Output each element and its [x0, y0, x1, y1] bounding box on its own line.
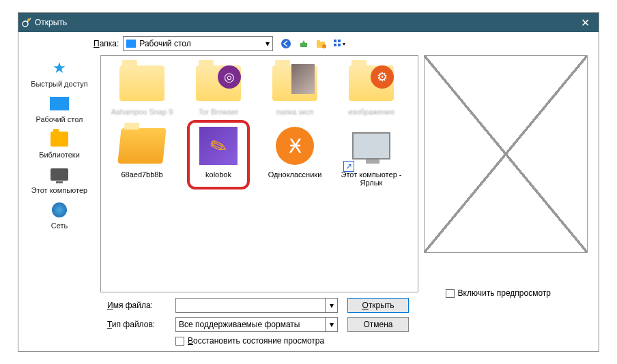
file-item-kolobok[interactable]: ✎ kolobok	[183, 124, 254, 187]
cancel-button[interactable]: Отмена	[347, 317, 409, 332]
svg-rect-7	[334, 40, 336, 42]
file-label: изображения	[348, 108, 394, 116]
dialog-content: Папка: Рабочий стол ▾ ▾ ★ Быстрый доступ	[18, 32, 599, 351]
chevron-down-icon[interactable]: ▾	[326, 317, 338, 332]
file-label: Tor Browser	[199, 108, 239, 116]
sidebar-label: Сеть	[51, 222, 68, 230]
filename-combo: ▾	[175, 298, 338, 313]
computer-icon	[48, 164, 71, 185]
close-button[interactable]: ✕	[571, 16, 599, 29]
filename-input[interactable]	[175, 298, 326, 313]
preview-label: Включить предпросмотр	[458, 288, 551, 298]
svg-point-2	[27, 18, 30, 21]
filetype-row: Тип файлов: Все поддерживаемые форматы ▾…	[107, 317, 592, 332]
new-folder-button[interactable]	[315, 37, 328, 50]
library-icon	[48, 129, 71, 149]
computer-shortcut-icon: ↗	[345, 124, 398, 168]
file-label: Одноклассники	[268, 170, 322, 179]
folder-item[interactable]: папка эксп	[259, 61, 330, 116]
svg-point-0	[23, 21, 28, 27]
preview-checkbox[interactable]	[446, 289, 455, 298]
filename-row: Имя файла: ▾ Открыть	[107, 298, 592, 313]
svg-rect-9	[334, 44, 336, 46]
file-label: Ashampoo Snap 9	[111, 108, 173, 116]
folder-dropdown[interactable]: Рабочий стол ▾	[123, 36, 273, 51]
filename-label: Имя файла:	[107, 301, 175, 310]
sidebar-label: Быстрый доступ	[31, 80, 88, 88]
chevron-down-icon[interactable]: ▾	[326, 298, 338, 313]
restore-checkbox[interactable]	[175, 337, 184, 346]
star-icon: ★	[48, 58, 71, 78]
folder-icon	[115, 61, 169, 105]
globe-icon	[48, 200, 71, 220]
file-item-odnoklassniki[interactable]: Ӿ Одноклассники	[259, 124, 330, 187]
app-icon	[18, 17, 35, 28]
view-mode-button[interactable]: ▾	[333, 37, 345, 50]
file-label: папка эксп	[276, 108, 313, 116]
sidebar-libraries[interactable]: Библиотеки	[39, 129, 80, 159]
app-icon: ✎	[192, 124, 245, 168]
ok-icon: Ӿ	[268, 124, 321, 168]
folder-item[interactable]: Ashampoo Snap 9	[106, 61, 177, 116]
sidebar-label: Библиотеки	[39, 151, 80, 159]
file-label: Этот компьютер - Ярлык	[336, 170, 407, 187]
places-sidebar: ★ Быстрый доступ Рабочий стол Библиотеки…	[18, 55, 100, 292]
svg-rect-5	[317, 40, 320, 42]
back-button[interactable]	[280, 37, 292, 50]
enable-preview-row: Включить предпросмотр	[446, 288, 551, 298]
sidebar-network[interactable]: Сеть	[48, 200, 71, 230]
bottom-controls: Имя файла: ▾ Открыть Тип файлов: Все под…	[18, 292, 599, 351]
shortcut-arrow-icon: ↗	[343, 161, 354, 172]
dialog-window: Открыть ✕ Папка: Рабочий стол ▾ ▾ ★ Быст…	[18, 12, 599, 352]
window-title: Открыть	[35, 18, 571, 27]
filetype-value: Все поддерживаемые форматы	[175, 317, 326, 332]
photo-icon	[291, 64, 315, 94]
filetype-label: Тип файлов:	[107, 320, 175, 329]
nav-toolbar: ▾	[280, 37, 345, 50]
restore-label: Восстановить состояние просмотра	[188, 336, 324, 346]
sidebar-this-pc[interactable]: Этот компьютер	[31, 164, 87, 194]
file-label: kolobok	[205, 170, 231, 179]
folder-icon: ◎	[192, 61, 245, 105]
file-list[interactable]: Ashampoo Snap 9 ◎ Tor Browser папка эксп…	[100, 55, 418, 292]
folder-icon	[268, 61, 321, 105]
restore-state-row: Восстановить состояние просмотра	[175, 336, 592, 346]
shortcut-item[interactable]: ↗ Этот компьютер - Ярлык	[336, 124, 407, 187]
open-button[interactable]: Открыть	[347, 298, 409, 313]
folder-label: Папка:	[94, 39, 119, 48]
ubuntu-icon: ⚙	[371, 65, 394, 89]
sidebar-quick-access[interactable]: ★ Быстрый доступ	[31, 58, 88, 88]
file-label: 68aed7bb8b	[121, 170, 162, 179]
svg-rect-10	[338, 44, 341, 46]
chevron-down-icon: ▾	[266, 39, 270, 48]
filetype-combo[interactable]: Все поддерживаемые форматы ▾	[175, 317, 338, 332]
sidebar-desktop[interactable]: Рабочий стол	[35, 93, 83, 123]
folder-icon: ⚙	[345, 61, 398, 105]
sidebar-label: Рабочий стол	[35, 115, 83, 123]
main-area: ★ Быстрый доступ Рабочий стол Библиотеки…	[18, 55, 599, 292]
folder-dropdown-value: Рабочий стол	[139, 39, 190, 48]
folder-item[interactable]: ⚙ изображения	[336, 61, 407, 116]
preview-pane	[424, 55, 588, 253]
up-button[interactable]	[298, 37, 310, 50]
tor-icon: ◎	[218, 65, 241, 89]
desktop-icon	[126, 40, 136, 48]
desktop-icon	[48, 93, 71, 114]
folder-item[interactable]: ◎ Tor Browser	[183, 61, 254, 116]
svg-point-3	[281, 39, 291, 48]
folder-icon	[115, 124, 169, 168]
folder-toolbar: Папка: Рабочий стол ▾ ▾	[18, 32, 599, 55]
svg-rect-8	[338, 40, 341, 42]
titlebar: Открыть ✕	[18, 13, 599, 32]
file-panel: Ashampoo Snap 9 ◎ Tor Browser папка эксп…	[100, 55, 599, 292]
sidebar-label: Этот компьютер	[31, 186, 87, 194]
svg-point-6	[322, 44, 326, 48]
folder-item[interactable]: 68aed7bb8b	[106, 124, 177, 187]
